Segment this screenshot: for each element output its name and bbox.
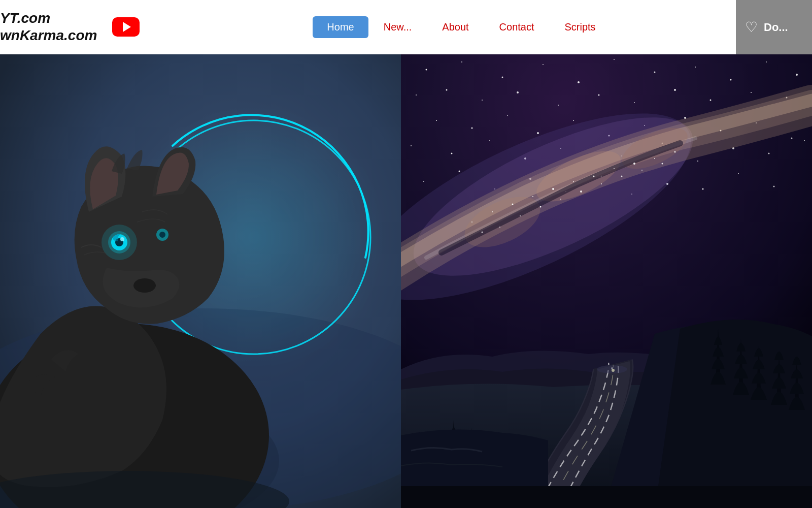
svg-point-21 <box>614 59 615 60</box>
svg-point-82 <box>614 168 615 169</box>
svg-point-25 <box>766 61 767 62</box>
main-content <box>0 54 812 508</box>
svg-point-33 <box>634 102 635 103</box>
svg-point-88 <box>499 227 500 228</box>
header: YT.com wnKarma.com Home New... About Con… <box>0 0 812 54</box>
svg-point-61 <box>459 171 460 172</box>
wolf-scene-svg <box>0 54 401 508</box>
svg-point-22 <box>654 72 656 73</box>
logo-line2: wnKarma.com <box>0 27 97 43</box>
svg-point-18 <box>502 77 503 78</box>
svg-point-28 <box>446 89 448 91</box>
nav-home[interactable]: Home <box>313 16 368 38</box>
svg-point-85 <box>674 151 676 153</box>
svg-point-49 <box>411 145 412 146</box>
svg-point-68 <box>702 188 704 190</box>
svg-point-35 <box>710 100 712 101</box>
svg-point-76 <box>492 211 493 212</box>
svg-point-34 <box>674 89 676 91</box>
nav-about[interactable]: About <box>427 16 484 38</box>
svg-point-30 <box>517 91 519 93</box>
svg-point-29 <box>482 100 483 101</box>
svg-point-56 <box>697 161 698 162</box>
svg-point-96 <box>662 163 663 165</box>
svg-point-39 <box>471 128 473 129</box>
svg-point-42 <box>573 120 574 121</box>
panel-wolf <box>0 54 401 508</box>
svg-point-59 <box>804 140 805 141</box>
svg-point-91 <box>560 199 561 200</box>
svg-point-95 <box>641 170 642 171</box>
svg-point-87 <box>482 232 483 233</box>
svg-point-50 <box>451 153 453 154</box>
nav-new[interactable]: New... <box>368 16 427 38</box>
logo-line1: YT.com <box>0 10 50 26</box>
svg-point-17 <box>461 61 462 62</box>
nav-contact[interactable]: Contact <box>484 16 550 38</box>
svg-point-77 <box>512 204 514 205</box>
svg-point-90 <box>540 206 542 208</box>
svg-point-94 <box>621 176 623 177</box>
svg-point-99 <box>611 367 613 369</box>
svg-point-6 <box>133 278 156 293</box>
svg-point-31 <box>558 105 559 106</box>
svg-point-40 <box>507 115 508 116</box>
night-scene-svg <box>401 54 812 508</box>
svg-point-92 <box>580 190 582 193</box>
donate-button[interactable]: Do... <box>764 21 788 34</box>
svg-point-13 <box>159 232 165 238</box>
svg-point-38 <box>436 120 437 121</box>
svg-point-60 <box>423 181 424 182</box>
svg-point-24 <box>730 79 732 81</box>
svg-point-27 <box>416 94 417 96</box>
svg-point-36 <box>751 92 752 93</box>
svg-point-20 <box>578 81 580 83</box>
svg-point-48 <box>791 138 793 139</box>
nav-scripts[interactable]: Scripts <box>550 16 611 38</box>
svg-point-78 <box>532 196 533 197</box>
svg-point-86 <box>471 221 472 223</box>
svg-point-23 <box>695 67 696 68</box>
svg-point-80 <box>573 181 574 182</box>
svg-point-41 <box>537 132 539 134</box>
svg-point-83 <box>633 163 635 165</box>
svg-point-16 <box>426 69 427 71</box>
svg-point-93 <box>601 183 602 184</box>
svg-point-84 <box>654 158 655 159</box>
svg-point-79 <box>552 188 554 190</box>
svg-point-32 <box>598 94 600 96</box>
svg-point-69 <box>738 173 739 174</box>
panel-night-road <box>401 54 812 508</box>
svg-point-26 <box>796 74 798 76</box>
svg-rect-100 <box>401 486 812 508</box>
heart-icon: ♡ <box>745 19 758 36</box>
svg-point-11 <box>120 237 124 241</box>
svg-point-70 <box>773 186 775 187</box>
main-nav: Home New... About Contact Scripts <box>112 16 812 38</box>
svg-point-51 <box>489 140 490 141</box>
logo-text: YT.com wnKarma.com <box>0 10 97 44</box>
donate-area: ♡ Do... <box>736 0 812 54</box>
svg-point-89 <box>520 215 521 216</box>
svg-point-58 <box>768 153 770 154</box>
svg-point-81 <box>593 176 595 177</box>
svg-point-19 <box>543 64 544 65</box>
